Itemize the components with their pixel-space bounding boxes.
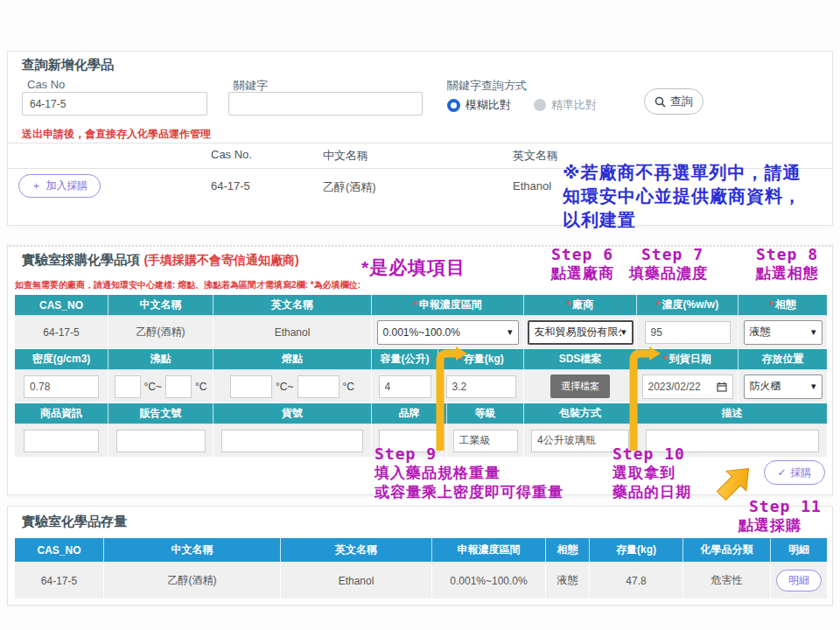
col-header-melting: 熔點 <box>214 349 372 370</box>
purchase-section-title: 實驗室採購化學品項 <box>22 252 140 267</box>
inv-header-casno: CAS_NO <box>15 538 104 562</box>
col-header-en: 英文名稱 <box>214 295 372 316</box>
cell-vendor: 友和貿易股份有限公司▾ <box>524 316 637 349</box>
col-header-brand: 品牌 <box>372 403 447 424</box>
inventory-section-title: 實驗室化學品存量 <box>22 514 127 530</box>
purchase-header-row-2: 密度(g/cm3) 沸點 熔點 容量(公升) *存量(kg) SDS檔案 *到貨… <box>15 349 827 370</box>
step11-note: Step 11 點選採購 <box>749 497 822 536</box>
melting-from-input[interactable] <box>230 375 272 398</box>
inv-header-class: 化學品分類 <box>683 538 771 562</box>
fuzzy-radio-icon[interactable] <box>447 99 460 112</box>
col-header-item-no: 貨號 <box>214 403 372 424</box>
page: 查詢新增化學品 Cas No 關鍵字 關鍵字查詢方式 模糊比對 精準比對 查詢 … <box>0 0 840 630</box>
cell-phase: 液態▾ <box>738 316 827 349</box>
cell-density <box>15 370 108 403</box>
check-icon: ✓ <box>777 466 786 479</box>
chevron-down-icon: ▾ <box>811 382 816 391</box>
keyword-input[interactable] <box>228 92 423 116</box>
col-header-package: 包裝方式 <box>524 403 637 424</box>
col-header-sale-doc-no: 販告文號 <box>108 403 214 424</box>
col-header-range: *申報濃度區間 <box>372 295 524 316</box>
search-icon <box>654 96 666 108</box>
result-cell-zh: 乙醇(酒精) <box>323 179 376 195</box>
required-fields-note: *是必填項目 <box>361 256 466 280</box>
inv-cell-casno: 64-17-5 <box>15 562 104 598</box>
item-no-input[interactable] <box>221 430 363 452</box>
add-to-purchase-button[interactable]: ＋ 加入採購 <box>18 174 101 198</box>
purchase-button[interactable]: ✓ 採購 <box>764 460 825 485</box>
boiling-from-input[interactable] <box>115 375 141 398</box>
inv-cell-phase: 液態 <box>546 562 590 598</box>
cas-no-label: Cas No <box>27 78 65 91</box>
purchase-subnote: 如查無需要的廠商，請通知環安中心建檔: 熔點、沸點若為區間才需填寫2欄: *為必… <box>15 279 360 291</box>
boiling-to-input[interactable] <box>165 375 192 398</box>
divider <box>8 143 834 144</box>
submit-notice: 送出申請後，會直接存入化學品運作管理 <box>22 127 211 142</box>
arrival-date-input[interactable]: 2023/02/22 <box>642 374 733 399</box>
cell-melting: °C~ °C <box>214 370 372 403</box>
capacity-input[interactable] <box>379 375 431 398</box>
search-button[interactable]: 查詢 <box>644 88 704 115</box>
exact-radio-label[interactable]: 精準比對 <box>551 97 597 113</box>
col-header-sds: SDS檔案 <box>524 349 637 370</box>
col-header-product-info: 商品資訊 <box>15 403 108 424</box>
purchase-button-label: 採購 <box>791 466 812 480</box>
col-header-boiling: 沸點 <box>108 349 214 370</box>
required-star: * <box>567 299 571 312</box>
chevron-down-icon: ▾ <box>811 327 816 337</box>
required-star: * <box>663 354 668 366</box>
required-star: * <box>458 354 462 366</box>
inv-cell-range: 0.001%~100.0% <box>432 562 546 598</box>
col-header-stock: *存量(kg) <box>438 349 524 370</box>
density-input[interactable] <box>24 375 99 398</box>
required-star: * <box>769 299 774 312</box>
purchase-header-row-3: 商品資訊 販告文號 貨號 品牌 等級 包裝方式 描述 <box>15 403 827 424</box>
result-cell-casno: 64-17-5 <box>211 179 250 192</box>
inv-cell-detail: 明細 <box>771 562 827 598</box>
step6-note: Step 6 點選廠商 <box>551 245 614 284</box>
inv-header-en: 英文名稱 <box>281 538 432 562</box>
col-header-arrival-date: *到貨日期 <box>637 349 738 370</box>
cell-sale-doc-no <box>108 424 214 458</box>
cas-no-input[interactable] <box>22 92 207 116</box>
step10-note: Step 10 選取拿到 藥品的日期 <box>612 444 691 502</box>
inv-cell-stock: 47.8 <box>590 562 683 598</box>
inv-header-zh: 中文名稱 <box>104 538 281 562</box>
step7-note: Step 7 填藥品濃度 <box>641 245 708 284</box>
col-header-grade: 等級 <box>447 403 524 424</box>
product-info-input[interactable] <box>24 430 99 452</box>
cell-sds: 選擇檔案 <box>524 370 637 403</box>
phase-select[interactable]: 液態▾ <box>744 320 822 345</box>
step9-note: Step 9 填入藥品規格重量 或容量乘上密度即可得重量 <box>374 444 564 502</box>
concentration-input[interactable] <box>645 321 731 344</box>
col-header-description: 描述 <box>637 403 827 424</box>
inventory-table: CAS_NO 中文名稱 英文名稱 申報濃度區間 相態 存量(kg) 化學品分類 … <box>15 538 827 598</box>
match-mode-label: 關鍵字查詢方式 <box>447 78 527 94</box>
result-header-casno: Cas No. <box>211 148 252 161</box>
lab-inventory-section: 實驗室化學品存量 CAS_NO 中文名稱 英文名稱 申報濃度區間 相態 存量(k… <box>7 506 833 606</box>
choose-file-button[interactable]: 選擇檔案 <box>550 374 610 398</box>
melting-to-input[interactable] <box>298 375 340 398</box>
required-star: * <box>656 299 661 312</box>
storage-select[interactable]: 防火櫃▾ <box>744 374 822 399</box>
range-select[interactable]: 0.001%~100.0%▾ <box>377 320 519 345</box>
col-header-vendor: *廠商 <box>524 295 637 316</box>
col-header-zh: 中文名稱 <box>108 295 214 316</box>
purchase-data-row-2: °C~ °C °C~ °C 選擇檔案 2023/02/22 防火櫃 <box>15 370 827 403</box>
fuzzy-radio-label[interactable]: 模糊比對 <box>466 97 511 113</box>
detail-button[interactable]: 明細 <box>776 570 822 592</box>
sale-doc-no-input[interactable] <box>116 430 206 452</box>
inv-header-detail: 明細 <box>771 538 827 562</box>
vendor-missing-note: ※若廠商不再選單列中，請通 知環安中心並提供廠商資料， 以利建置 <box>563 161 802 232</box>
inv-cell-zh: 乙醇(酒精) <box>104 562 281 598</box>
exact-radio-icon[interactable] <box>534 99 546 111</box>
stock-input[interactable] <box>446 375 516 398</box>
col-header-concentration: *濃度(%w/w) <box>637 295 738 316</box>
col-header-casno: CAS_NO <box>15 295 108 316</box>
col-header-density: 密度(g/cm3) <box>15 349 108 370</box>
cell-product-info <box>15 424 108 458</box>
purchase-title-note: (手填採購不會寄信通知廠商) <box>144 253 298 267</box>
cell-zh-name: 乙醇(酒精) <box>108 316 214 349</box>
vendor-select[interactable]: 友和貿易股份有限公司▾ <box>528 320 634 345</box>
inv-header-stock: 存量(kg) <box>590 538 683 562</box>
